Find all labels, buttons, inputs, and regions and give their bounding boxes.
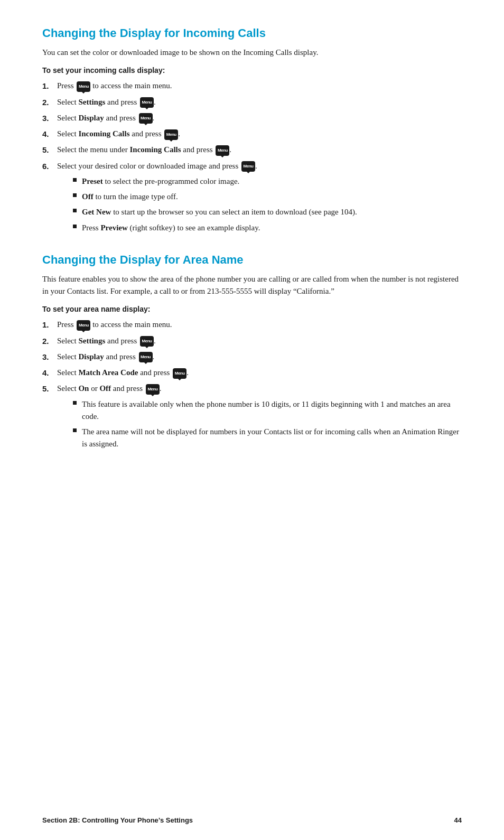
bullet-icon xyxy=(73,401,77,405)
step-number: 2. xyxy=(42,335,57,347)
bold-text: Preset xyxy=(82,177,103,185)
bullet-content: Get New to start up the browser so you c… xyxy=(82,206,357,218)
list-item: 4. Select Incoming Calls and press MenuO… xyxy=(42,128,462,140)
menu-icon: MenuOK xyxy=(173,368,186,379)
step-number: 6. xyxy=(42,160,57,172)
menu-icon: MenuOK xyxy=(241,161,255,172)
footer-right: 44 xyxy=(454,816,462,824)
bullet-content: The area name will not be displayed for … xyxy=(82,426,462,451)
bold-text: Match Area Code xyxy=(78,368,138,377)
bullet-icon xyxy=(73,178,77,182)
step-content: Press MenuOK to access the main menu. xyxy=(57,319,462,331)
bold-text: Off xyxy=(99,384,111,393)
bold-text: Off xyxy=(82,192,94,201)
list-item: Press Preview (right softkey) to see an … xyxy=(73,222,462,234)
step-content: Select Incoming Calls and press MenuOK. xyxy=(57,128,462,140)
list-item: 1. Press MenuOK to access the main menu. xyxy=(42,319,462,331)
section1-steps: 1. Press MenuOK to access the main menu.… xyxy=(42,80,462,237)
step-content: Select Match Area Code and press MenuOK. xyxy=(57,367,462,379)
bullet-content: Preset to select the pre-programmed colo… xyxy=(82,175,239,188)
list-item: Preset to select the pre-programmed colo… xyxy=(73,175,462,188)
list-item: 6. Select your desired color or download… xyxy=(42,160,462,237)
menu-icon: MenuOK xyxy=(164,129,178,140)
step-content: Select Settings and press MenuOK. xyxy=(57,96,462,108)
list-item: 3. Select Display and press MenuOK. xyxy=(42,351,462,363)
menu-icon: MenuOK xyxy=(77,320,90,331)
menu-icon: MenuOK xyxy=(216,145,229,156)
step-number: 4. xyxy=(42,367,57,379)
menu-icon: MenuOK xyxy=(139,113,153,124)
step-content: Select your desired color or downloaded … xyxy=(57,160,462,237)
bullet-content: Press Preview (right softkey) to see an … xyxy=(82,222,260,234)
step-number: 1. xyxy=(42,80,57,92)
section2-steps: 1. Press MenuOK to access the main menu.… xyxy=(42,319,462,453)
step-number: 3. xyxy=(42,351,57,363)
section2-intro: This feature enables you to show the are… xyxy=(42,273,462,298)
step-content: Press MenuOK to access the main menu. xyxy=(57,80,462,92)
menu-icon: MenuOK xyxy=(139,352,153,362)
list-item: Get New to start up the browser so you c… xyxy=(73,206,462,218)
list-item: 3. Select Display and press MenuOK. xyxy=(42,112,462,124)
step-number: 5. xyxy=(42,382,57,395)
section1-subheading: To set your incoming calls display: xyxy=(42,66,462,74)
bullet-content: This feature is available only when the … xyxy=(82,398,462,423)
section2-subheading: To set your area name display: xyxy=(42,305,462,313)
bold-text: Incoming Calls xyxy=(78,129,129,138)
list-item: 4. Select Match Area Code and press Menu… xyxy=(42,367,462,379)
list-item: The area name will not be displayed for … xyxy=(73,426,462,451)
page-footer: Section 2B: Controlling Your Phone’s Set… xyxy=(0,816,504,824)
list-item: 5. Select On or Off and press MenuOK. Th… xyxy=(42,382,462,453)
bullet-icon xyxy=(73,209,77,212)
bullet-content: Off to turn the image type off. xyxy=(82,191,178,203)
list-item: 2. Select Settings and press MenuOK. xyxy=(42,96,462,108)
menu-icon: MenuOK xyxy=(140,97,154,108)
step-content: Select Display and press MenuOK. xyxy=(57,112,462,124)
menu-icon: MenuOK xyxy=(146,384,160,395)
list-item: 5. Select the menu under Incoming Calls … xyxy=(42,144,462,156)
step-content: Select Display and press MenuOK. xyxy=(57,351,462,363)
section2-title: Changing the Display for Area Name xyxy=(42,253,462,267)
list-item: 1. Press MenuOK to access the main menu. xyxy=(42,80,462,92)
bold-text: Get New xyxy=(82,208,111,216)
menu-icon: MenuOK xyxy=(140,336,154,347)
bullet-icon xyxy=(73,225,77,228)
step-number: 3. xyxy=(42,112,57,124)
step-content: Select the menu under Incoming Calls and… xyxy=(57,144,462,156)
bullet-icon xyxy=(73,428,77,432)
step-number: 2. xyxy=(42,96,57,108)
footer-left: Section 2B: Controlling Your Phone’s Set… xyxy=(42,816,193,824)
bullet-list: Preset to select the pre-programmed colo… xyxy=(57,175,462,234)
bold-text: Display xyxy=(78,352,104,361)
step-content: Select Settings and press MenuOK. xyxy=(57,335,462,347)
step-content: Select On or Off and press MenuOK. This … xyxy=(57,382,462,453)
section1-title: Changing the Display for Incoming Calls xyxy=(42,26,462,40)
menu-icon: MenuOK xyxy=(77,81,90,92)
bullet-icon xyxy=(73,193,77,197)
bold-text: Display xyxy=(78,114,104,122)
step-number: 4. xyxy=(42,128,57,140)
list-item: Off to turn the image type off. xyxy=(73,191,462,203)
section1-intro: You can set the color or downloaded imag… xyxy=(42,46,462,59)
list-item: 2. Select Settings and press MenuOK. xyxy=(42,335,462,347)
step-number: 1. xyxy=(42,319,57,331)
list-item: This feature is available only when the … xyxy=(73,398,462,423)
bullet-list: This feature is available only when the … xyxy=(57,398,462,451)
bold-text: Preview xyxy=(100,223,127,232)
bold-text: On xyxy=(78,384,89,393)
step-number: 5. xyxy=(42,144,57,156)
